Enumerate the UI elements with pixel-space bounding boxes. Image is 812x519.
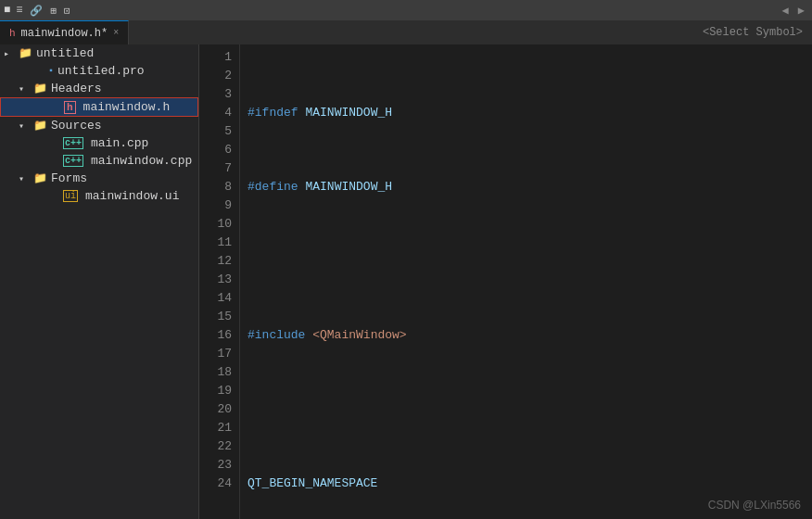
folder-icon: 📁 [19,46,32,60]
sidebar-item-main-cpp[interactable]: c++ main.cpp [0,134,198,152]
code-line-6: QT_BEGIN_NAMESPACE [247,475,805,493]
line-num: 8 [199,178,232,196]
nav-back[interactable]: ◀ [779,4,793,18]
sidebar-item-forms[interactable]: ▾ 📁 Forms [0,170,198,187]
code-line-5 [247,400,805,419]
sidebar-item-mainwindow-ui[interactable]: ui mainwindow.ui [0,187,198,205]
line-num: 5 [199,122,232,141]
h-file-icon: h [64,101,76,114]
sidebar: ▸ 📁 untitled ▪ untitled.pro ▾ 📁 Headers … [0,44,199,519]
line-num: 9 [199,196,232,215]
main-layout: ▸ 📁 untitled ▪ untitled.pro ▾ 📁 Headers … [0,44,812,519]
line-num: 14 [199,289,232,308]
symbol-selector[interactable]: <Select Symbol> [693,20,812,44]
item-label: Sources [51,119,102,133]
token: MAINWINDOW_H [305,178,392,196]
token: #ifndef [247,104,305,122]
token: <QMainWindow> [312,326,406,345]
line-num: 22 [199,437,232,456]
nav-forward[interactable]: ▶ [794,4,808,18]
line-num: 20 [199,400,232,419]
item-label: Forms [51,171,87,185]
item-label: untitled.pro [57,64,145,78]
tab-label: mainwindow.h* [21,27,108,40]
token: MAINWINDOW_H [305,104,392,122]
line-num: 12 [199,252,232,271]
ui-file-icon: ui [63,190,78,202]
item-label: main.cpp [91,136,148,150]
title-bar-left: ■ ≡ 🔗 ⊞ ⊡ [4,4,72,17]
sidebar-item-mainwindow-h[interactable]: h mainwindow.h [0,97,198,117]
arrow-icon: ▾ [19,120,33,132]
line-num: 24 [199,475,232,493]
line-num: 18 [199,363,232,382]
pro-file-icon: ▪ [48,66,54,76]
line-num: 16 [199,326,232,345]
line-num: 3 [199,85,232,104]
item-label: mainwindow.ui [85,189,179,203]
line-num: 21 [199,419,232,437]
menu-icon[interactable]: ≡ [14,4,24,17]
tab-bar: h mainwindow.h* × <Select Symbol> [0,20,812,44]
item-label: mainwindow.h [83,100,171,114]
arrow-icon: ▾ [19,173,33,184]
tab-close-button[interactable]: × [113,28,119,38]
app-icon: ■ [4,4,10,17]
select-symbol-label: <Select Symbol> [703,26,803,39]
editor-area: 1 2 3 4 5 6 7 8 9 10 11 12 13 14 15 16 1… [199,44,812,519]
line-num: 7 [199,159,232,178]
token: #include [247,326,312,345]
line-num: 2 [199,67,232,85]
sidebar-item-sources[interactable]: ▾ 📁 Sources [0,117,198,134]
cpp-file-icon: c++ [63,137,83,149]
code-line-2: #define MAINWINDOW_H [247,178,805,196]
folder-icon: 📁 [33,82,47,95]
line-num: 15 [199,308,232,326]
sidebar-item-headers[interactable]: ▾ 📁 Headers [0,80,198,97]
line-numbers: 1 2 3 4 5 6 7 8 9 10 11 12 13 14 15 16 1… [199,44,240,519]
tab-file-icon: h [9,28,16,39]
code-line-1: #ifndef MAINWINDOW_H [247,104,805,122]
line-num: 1 [199,48,232,67]
code-editor[interactable]: #ifndef MAINWINDOW_H #define MAINWINDOW_… [240,44,812,519]
code-line-3 [247,252,805,271]
item-label: mainwindow.cpp [91,154,192,168]
title-bar: ■ ≡ 🔗 ⊞ ⊡ ◀ ▶ [0,0,812,20]
code-line-4: #include <QMainWindow> [247,326,805,345]
item-label: Headers [51,82,102,95]
arrow-icon: ▾ [19,83,33,95]
line-num: 6 [199,141,232,159]
sidebar-item-untitled-pro[interactable]: ▪ untitled.pro [0,62,198,80]
active-tab[interactable]: h mainwindow.h* × [0,20,129,44]
arrow-icon: ▸ [4,48,19,59]
line-num: 17 [199,345,232,363]
link-icon[interactable]: 🔗 [28,5,44,17]
code-container[interactable]: 1 2 3 4 5 6 7 8 9 10 11 12 13 14 15 16 1… [199,44,812,519]
line-num: 23 [199,456,232,475]
sidebar-item-untitled[interactable]: ▸ 📁 untitled [0,44,198,62]
token: QT_BEGIN_NAMESPACE [247,475,377,493]
token: #define [247,178,305,196]
item-label: untitled [36,46,94,60]
sidebar-item-mainwindow-cpp[interactable]: c++ mainwindow.cpp [0,152,198,170]
line-num: 4 [199,104,232,122]
split-icon[interactable]: ⊞ [48,5,58,17]
line-num: 13 [199,271,232,289]
folder-icon: 📁 [33,171,47,185]
line-num: 10 [199,215,232,234]
cpp-file-icon: c++ [63,155,83,167]
line-num: 19 [199,382,232,400]
grid-icon[interactable]: ⊡ [62,5,72,17]
folder-icon: 📁 [33,119,47,133]
watermark: CSDN @LXin5566 [708,499,801,512]
title-bar-right: ◀ ▶ [779,4,808,18]
line-num: 11 [199,234,232,252]
